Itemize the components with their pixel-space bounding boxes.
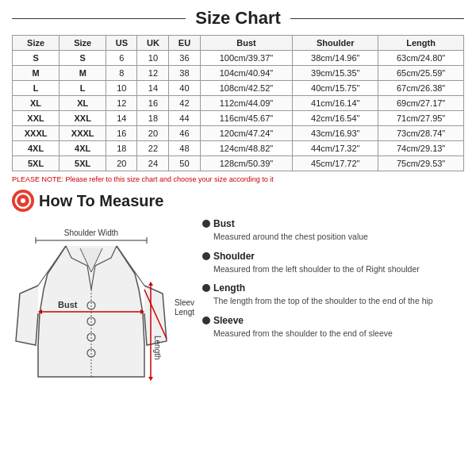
table-cell: 46 (169, 126, 200, 141)
table-row: XXXLXXXL162046120cm/47.24"43cm/16.93"73c… (13, 126, 464, 141)
table-cell: 20 (137, 126, 169, 141)
measure-item-desc: Measured from the shoulder to the end of… (202, 328, 464, 340)
bullet-icon (202, 317, 210, 324)
table-cell: 120cm/47.24" (200, 126, 293, 141)
table-row: XLXL121642112cm/44.09"41cm/16.14"69cm/27… (13, 96, 464, 111)
table-cell: 73cm/28.74" (378, 126, 464, 141)
measure-title: How To Measure (39, 192, 163, 210)
svg-marker-20 (148, 377, 153, 381)
svg-text:Bust: Bust (58, 300, 78, 309)
table-header: UK (137, 36, 169, 51)
measure-item: ShoulderMeasured from the left shoulder … (202, 251, 464, 275)
table-cell: 18 (106, 141, 137, 156)
svg-text:Length: Length (175, 308, 194, 317)
table-cell: S (13, 51, 60, 66)
table-cell: 18 (137, 111, 169, 126)
table-cell: 8 (106, 66, 137, 81)
size-table: SizeSizeUSUKEUBustShoulderLength SS61036… (12, 35, 464, 171)
jacket-svg: Shoulder Width (12, 218, 194, 393)
table-cell: 44cm/17.32" (293, 141, 378, 156)
table-cell: 65cm/25.59" (378, 66, 464, 81)
table-header: Length (378, 36, 464, 51)
table-cell: 4XL (13, 141, 60, 156)
measure-item-title: Shoulder (202, 251, 464, 262)
table-row: 4XL4XL182248124cm/48.82"44cm/17.32"74cm/… (13, 141, 464, 156)
table-cell: 48 (169, 141, 200, 156)
table-row: MM81238104cm/40.94"39cm/15.35"65cm/25.59… (13, 66, 464, 81)
table-cell: 112cm/44.09" (200, 96, 293, 111)
table-cell: 22 (137, 141, 169, 156)
table-header: Size (13, 36, 60, 51)
table-cell: 38cm/14.96" (293, 51, 378, 66)
bottom-section: Shoulder Width (12, 218, 464, 393)
table-header: Size (60, 36, 106, 51)
measure-item-desc: The length from the top of the shoulder … (202, 295, 464, 307)
table-cell: 67cm/26.38" (378, 81, 464, 96)
table-cell: L (60, 81, 106, 96)
bullet-icon (202, 220, 210, 228)
table-cell: 100cm/39.37" (200, 51, 293, 66)
note-text: PLEASE NOTE: Please refer to this size c… (12, 175, 464, 183)
measure-item-title: Bust (202, 218, 464, 229)
table-cell: 45cm/17.72" (293, 156, 378, 171)
svg-marker-19 (148, 282, 153, 286)
measure-item-title: Sleeve (202, 315, 464, 326)
table-cell: 12 (137, 66, 169, 81)
jacket-diagram: Shoulder Width (12, 218, 194, 393)
table-row: XXLXXL141844116cm/45.67"42cm/16.54"71cm/… (13, 111, 464, 126)
table-cell: 12 (106, 96, 137, 111)
table-header: US (106, 36, 137, 51)
table-cell: 20 (106, 156, 137, 171)
table-cell: 36 (169, 51, 200, 66)
table-row: 5XL5XL202450128cm/50.39"45cm/17.72"75cm/… (13, 156, 464, 171)
table-cell: XL (13, 96, 60, 111)
table-cell: 38 (169, 66, 200, 81)
measure-item-title: Length (202, 282, 464, 294)
table-cell: 10 (106, 81, 137, 96)
measure-item-name: Bust (213, 218, 235, 229)
table-header: EU (169, 36, 200, 51)
table-cell: 16 (137, 96, 169, 111)
table-cell: 6 (106, 51, 137, 66)
measure-item-name: Length (213, 282, 245, 294)
table-cell: L (13, 81, 60, 96)
svg-point-2 (21, 198, 25, 203)
measure-item: LengthThe length from the top of the sho… (202, 282, 464, 307)
table-cell: 108cm/42.52" (200, 81, 293, 96)
page-title: Size Chart (186, 8, 290, 29)
table-cell: 116cm/45.67" (200, 111, 293, 126)
table-cell: 14 (106, 111, 137, 126)
table-cell: 40 (169, 81, 200, 96)
table-cell: 128cm/50.39" (200, 156, 293, 171)
table-cell: 14 (137, 81, 169, 96)
table-cell: 39cm/15.35" (293, 66, 378, 81)
table-cell: 69cm/27.17" (378, 96, 464, 111)
table-cell: 63cm/24.80" (378, 51, 464, 66)
table-cell: 43cm/16.93" (293, 126, 378, 141)
how-to-measure-header: How To Measure (12, 190, 464, 212)
table-cell: 4XL (60, 141, 106, 156)
table-cell: 74cm/29.13" (378, 141, 464, 156)
table-cell: 41cm/16.14" (293, 96, 378, 111)
table-cell: 44 (169, 111, 200, 126)
measure-item-desc: Measured around the chest position value (202, 231, 464, 243)
table-cell: 50 (169, 156, 200, 171)
table-header: Bust (200, 36, 293, 51)
table-cell: 5XL (60, 156, 106, 171)
table-cell: 104cm/40.94" (200, 66, 293, 81)
page: Size Chart SizeSizeUSUKEUBustShoulderLen… (0, 0, 476, 401)
table-cell: XXL (60, 111, 106, 126)
measurements-list: BustMeasured around the chest position v… (202, 218, 464, 347)
title-row: Size Chart (12, 8, 464, 29)
measure-item-name: Sleeve (213, 315, 244, 326)
measure-item: BustMeasured around the chest position v… (202, 218, 464, 243)
table-cell: 10 (137, 51, 169, 66)
table-row: SS61036100cm/39.37"38cm/14.96"63cm/24.80… (13, 51, 464, 66)
table-cell: M (60, 66, 106, 81)
table-cell: 16 (106, 126, 137, 141)
measure-item: SleeveMeasured from the shoulder to the … (202, 315, 464, 340)
table-header: Shoulder (293, 36, 378, 51)
title-line-right (290, 18, 464, 19)
table-cell: 40cm/15.75" (293, 81, 378, 96)
table-cell: XXXL (13, 126, 60, 141)
